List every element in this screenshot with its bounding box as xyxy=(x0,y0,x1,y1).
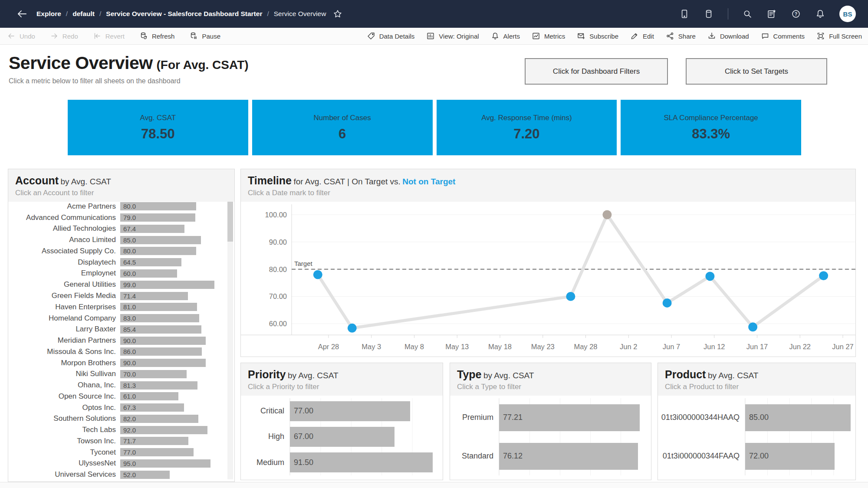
account-row[interactable]: Employnet 60.0 xyxy=(8,268,234,279)
account-row[interactable]: Advanced Communications 79.0 xyxy=(8,212,234,223)
metrics-button[interactable]: Metrics xyxy=(532,32,565,40)
account-bar[interactable]: 81.3 xyxy=(120,381,197,390)
kpi-card-sla-compliance[interactable]: SLA Compliance Percentage83.3% xyxy=(621,100,801,155)
refresh-button[interactable]: Refresh xyxy=(139,32,175,40)
account-bar[interactable]: 80.0 xyxy=(120,202,196,210)
account-bar[interactable]: 99.0 xyxy=(120,281,214,289)
account-bar[interactable]: 80.0 xyxy=(120,247,196,255)
search-icon[interactable] xyxy=(742,9,753,19)
priority-bar[interactable]: 67.00 xyxy=(290,427,395,447)
account-row[interactable]: UlyssesNet 95.0 xyxy=(8,458,234,469)
account-row[interactable]: Allied Technologies 67.4 xyxy=(8,223,234,235)
account-bar[interactable]: 64.5 xyxy=(120,258,181,266)
view-button[interactable]: View: Original xyxy=(426,32,479,40)
product-bar-row[interactable]: 01t3i000000344FAAQ 72.00 xyxy=(658,437,855,475)
timeline-point[interactable] xyxy=(819,271,828,280)
breadcrumb-item[interactable]: Service Overview xyxy=(274,10,326,18)
account-bar[interactable]: 52.0 xyxy=(120,471,170,479)
account-bar[interactable]: 67.3 xyxy=(120,403,184,412)
timeline-point[interactable] xyxy=(566,292,575,301)
account-bar[interactable]: 71.7 xyxy=(120,437,188,445)
type-bar-row[interactable]: Standard 76.12 xyxy=(450,437,651,475)
timeline-point[interactable] xyxy=(748,322,757,331)
account-row[interactable]: Meridian Partners 90.0 xyxy=(8,335,234,346)
account-bar[interactable]: 60.0 xyxy=(120,269,177,278)
account-bar[interactable]: 77.0 xyxy=(120,448,194,456)
account-bar[interactable]: 70.0 xyxy=(120,370,187,378)
timeline-point[interactable] xyxy=(348,324,357,333)
account-row[interactable]: Towson Inc. 71.7 xyxy=(8,436,234,447)
download-button[interactable]: Download xyxy=(707,32,749,40)
account-bar[interactable]: 83.0 xyxy=(120,314,199,322)
account-row[interactable]: Anaco Limited 85.0 xyxy=(8,234,234,246)
account-bar[interactable]: 85.4 xyxy=(120,325,201,334)
account-bar[interactable]: 95.0 xyxy=(120,459,210,468)
account-row[interactable]: Tyconet 77.0 xyxy=(8,447,234,458)
edit-button[interactable]: Edit xyxy=(630,32,654,40)
account-bar[interactable]: 71.4 xyxy=(120,292,188,300)
account-row[interactable]: General Utilities 99.0 xyxy=(8,279,234,290)
account-row[interactable]: Southern Solutions 82.0 xyxy=(8,413,234,425)
account-bar[interactable]: 82.0 xyxy=(120,415,198,423)
account-bar[interactable]: 79.0 xyxy=(120,213,195,222)
priority-bar[interactable]: 91.50 xyxy=(290,452,433,472)
account-row[interactable]: Universal Services 52.0 xyxy=(8,469,234,480)
timeline-point[interactable] xyxy=(313,270,322,279)
set-targets-button[interactable]: Click to Set Targets xyxy=(686,58,827,85)
account-row[interactable]: Tech Labs 92.0 xyxy=(8,424,234,436)
device-icon[interactable] xyxy=(679,9,690,19)
help-icon[interactable]: ? xyxy=(791,9,801,19)
account-row[interactable]: Acme Partners 80.0 xyxy=(8,201,234,212)
account-row[interactable]: Open Source Inc. 61.0 xyxy=(8,391,234,402)
product-bar-row[interactable]: 01t3i000000344HAAQ 85.00 xyxy=(658,398,855,437)
account-row[interactable]: Niki Sullivan 70.0 xyxy=(8,368,234,380)
priority-bar-row[interactable]: Critical 77.00 xyxy=(241,398,443,424)
back-arrow-icon[interactable] xyxy=(16,8,28,20)
account-row[interactable]: Associated Supply Co. 80.0 xyxy=(8,246,234,257)
bottom-scroll-strip[interactable] xyxy=(0,482,868,488)
account-row[interactable]: Morpon Brothers 90.0 xyxy=(8,357,234,369)
account-bar[interactable]: 67.4 xyxy=(120,225,184,233)
priority-bar-row[interactable]: Medium 91.50 xyxy=(241,450,443,475)
account-row[interactable]: Optos Inc. 67.3 xyxy=(8,402,234,413)
type-bar-row[interactable]: Premium 77.21 xyxy=(450,398,651,437)
account-row[interactable]: Ohana, Inc. 81.3 xyxy=(8,380,234,391)
kpi-card-number-of-cases[interactable]: Number of Cases6 xyxy=(252,100,433,155)
timeline-point[interactable] xyxy=(663,298,672,308)
account-bar[interactable]: 92.0 xyxy=(120,426,207,434)
product-bar[interactable]: 85.00 xyxy=(745,404,851,431)
avatar[interactable]: BS xyxy=(839,6,856,22)
fullscreen-button[interactable]: Full Screen xyxy=(816,32,862,40)
timeline-point[interactable] xyxy=(602,210,612,219)
account-row[interactable]: Green Fields Media 71.4 xyxy=(8,290,234,301)
account-bar[interactable]: 90.0 xyxy=(120,359,206,367)
priority-bar[interactable]: 77.00 xyxy=(290,401,410,421)
share-button[interactable]: Share xyxy=(666,32,696,40)
account-row[interactable]: Larry Baxter 85.4 xyxy=(8,324,234,335)
account-bar[interactable]: 90.0 xyxy=(120,337,206,345)
pause-button[interactable]: Pause xyxy=(189,32,220,40)
breadcrumb-item[interactable]: Service Overview - Salesforce Dashboard … xyxy=(106,10,262,18)
data-details-button[interactable]: Data Details xyxy=(367,32,415,40)
scrollbar-thumb[interactable] xyxy=(227,202,233,242)
account-bar[interactable]: 86.0 xyxy=(120,347,202,356)
account-bar[interactable]: 81.0 xyxy=(120,303,197,311)
account-row[interactable]: Homeland Company 83.0 xyxy=(8,313,234,324)
type-bar[interactable]: 77.21 xyxy=(499,404,640,431)
priority-bar-row[interactable]: High 67.00 xyxy=(241,424,443,449)
kpi-card-avg-csat[interactable]: Avg. CSAT78.50 xyxy=(68,100,248,155)
notifications-icon[interactable] xyxy=(815,9,825,19)
account-row[interactable]: Haven Enterprises 81.0 xyxy=(8,301,234,313)
account-row[interactable]: Displaytech 64.5 xyxy=(8,257,234,268)
account-bar[interactable]: 61.0 xyxy=(120,392,178,400)
account-bar[interactable]: 85.0 xyxy=(120,236,201,244)
product-bar[interactable]: 72.00 xyxy=(745,443,835,470)
type-bar[interactable]: 76.12 xyxy=(499,443,638,470)
breadcrumb-item[interactable]: default xyxy=(72,10,95,18)
kpi-card-avg-response-time[interactable]: Avg. Response Time (mins)7.20 xyxy=(437,100,617,155)
account-scrollbar[interactable] xyxy=(227,202,233,479)
dashboard-filters-button[interactable]: Click for Dashboard Filters xyxy=(525,58,668,85)
breadcrumb-item[interactable]: Explore xyxy=(36,10,61,18)
comments-button[interactable]: Comments xyxy=(761,32,805,40)
timeline-point[interactable] xyxy=(705,272,714,281)
